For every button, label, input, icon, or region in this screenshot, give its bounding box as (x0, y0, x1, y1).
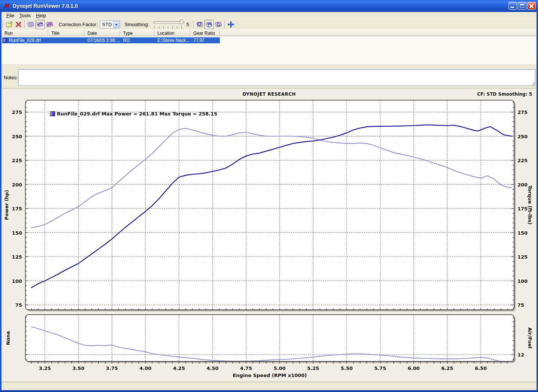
run-table-header: Run Title Date Type Location Gear Ratio (1, 30, 537, 36)
smoothing-slider[interactable] (153, 20, 184, 29)
rpm-axis-tick: 4.50 (206, 365, 218, 371)
column-header-date[interactable]: Date (87, 31, 97, 36)
column-header-gear-ratio[interactable]: Gear Ratio (193, 31, 215, 36)
graph-all-icon (27, 21, 35, 28)
column-header-title[interactable]: Title (51, 31, 59, 36)
correction-factor-value: STD (100, 22, 113, 27)
minimize-icon (510, 7, 514, 8)
pan-graph-button[interactable] (205, 20, 214, 29)
rpm-axis-tick: 3.50 (73, 365, 84, 371)
power-axis-tick: 75 (15, 302, 22, 308)
power-axis-tick: 275 (12, 109, 22, 115)
toolbar-separator (24, 20, 25, 28)
delete-run-icon (15, 21, 22, 28)
torque-axis-tick: 75 (517, 302, 524, 308)
torque-axis-label: Torque (ft-lbs) (527, 185, 533, 225)
crosshair-button[interactable] (226, 20, 236, 29)
correction-factor-select[interactable]: STD (100, 21, 120, 28)
window-border-right (537, 12, 538, 391)
none-axis-label: None (5, 331, 11, 345)
torque-axis-tick: 250 (517, 134, 528, 139)
graph-overlay-button[interactable] (45, 20, 54, 29)
rpm-axis-tick: 3.75 (106, 365, 118, 371)
power-axis-tick: 125 (12, 254, 22, 260)
cell-date: 07/16/05 3:36:... (87, 38, 120, 43)
rpm-axis-tick: 5.00 (274, 365, 286, 371)
maximize-button[interactable] (518, 2, 526, 10)
pan-graph-icon (205, 21, 213, 28)
graph-overlay-icon (46, 21, 53, 28)
smoothing-label: Smoothing: (124, 22, 149, 27)
maximize-icon (520, 4, 524, 8)
delete-run-button[interactable] (14, 20, 23, 29)
torque-axis-tick: 225 (517, 158, 528, 163)
toolbar-separator (3, 20, 3, 28)
cell-location: E:\Steve Nack... (157, 38, 190, 43)
column-header-type[interactable]: Type (123, 31, 133, 36)
open-run-button[interactable] (4, 20, 14, 29)
menu-bar: File Tools Help (1, 12, 537, 19)
correction-factor-label: Correction Factor: (59, 22, 98, 27)
power-axis-tick: 225 (12, 158, 22, 163)
open-run-icon (5, 21, 13, 28)
torque-axis-tick: 125 (517, 254, 528, 260)
smoothing-value: 5 (187, 22, 189, 27)
rpm-axis-tick: 6.00 (408, 365, 420, 371)
minimize-button[interactable] (508, 2, 517, 10)
menu-tools[interactable]: Tools (17, 12, 33, 19)
power-axis-tick: 200 (12, 182, 22, 188)
app-window: Dynojet RunViewer 7.0.1.0 File Tools Hel… (0, 0, 538, 392)
chevron-down-icon[interactable] (113, 21, 119, 28)
toolbar-separator (224, 20, 225, 28)
slider-ticks (154, 27, 184, 28)
cell-run: RunFile_029.drf (9, 38, 41, 43)
pointer-graph-icon (215, 21, 222, 28)
status-bar (1, 380, 537, 390)
notes-label: Notes: (4, 75, 18, 80)
power-axis-label: Power (hp) (4, 190, 9, 220)
rpm-axis-tick: 3.25 (39, 365, 51, 371)
pointer-graph-button[interactable] (214, 20, 223, 29)
torque-axis-tick: 150 (517, 230, 528, 236)
rpm-axis-tick: 6.50 (475, 365, 487, 371)
torque-axis-tick: 200 (517, 182, 528, 188)
window-border-bottom (0, 390, 538, 392)
slider-thumb[interactable] (180, 20, 183, 25)
column-header-location[interactable]: Location (157, 31, 174, 36)
graph-current-icon (36, 21, 44, 28)
dynojet-logo-icon (3, 2, 10, 10)
window-title: Dynojet RunViewer 7.0.1.0 (13, 3, 78, 9)
title-bar[interactable]: Dynojet RunViewer 7.0.1.0 (0, 0, 538, 12)
table-row[interactable]: RunFile_029.drf 07/16/05 3:36:... RO E:\… (2, 37, 220, 43)
menu-file[interactable]: File (4, 12, 17, 19)
menu-help[interactable]: Help (33, 12, 49, 19)
rpm-axis-tick: 4.75 (240, 365, 252, 371)
notes-input[interactable] (18, 69, 535, 86)
rpm-axis-tick: 5.25 (307, 365, 319, 371)
airfuel-axis-label: Air/Fuel (527, 327, 533, 348)
window-border-left (0, 12, 1, 391)
dyno-chart[interactable]: 7575100100125125150150175175200200225225… (2, 89, 537, 380)
graph-all-button[interactable] (26, 20, 36, 29)
chart-legend: RunFile_029.drf Max Power = 261.81 Max T… (50, 111, 217, 117)
graph-current-button[interactable] (36, 20, 45, 29)
zoom-graph-icon (196, 21, 204, 28)
run-file-icon (3, 38, 7, 42)
power-axis-tick: 175 (12, 206, 22, 212)
cell-type: RO (123, 38, 130, 43)
run-list[interactable]: RunFile_029.drf 07/16/05 3:36:... RO E:\… (1, 36, 537, 64)
close-button[interactable] (527, 2, 536, 10)
power-axis-tick: 150 (12, 230, 22, 236)
slider-track[interactable] (153, 21, 184, 24)
toolbar: Correction Factor: STD Smoothing: 5 (1, 19, 537, 30)
rpm-axis-tick: 4.25 (173, 365, 185, 371)
power-axis-tick: 100 (12, 278, 22, 284)
cell-gear-ratio: 77.97 (193, 38, 205, 43)
rpm-axis-tick: 4.00 (139, 365, 151, 371)
column-header-run[interactable]: Run (4, 31, 13, 36)
legend-swatch (50, 111, 55, 116)
toolbar-separator (193, 20, 194, 28)
zoom-graph-button[interactable] (195, 20, 205, 29)
legend-text: RunFile_029.drf Max Power = 261.81 Max T… (57, 111, 217, 117)
crosshair-icon (227, 21, 235, 28)
